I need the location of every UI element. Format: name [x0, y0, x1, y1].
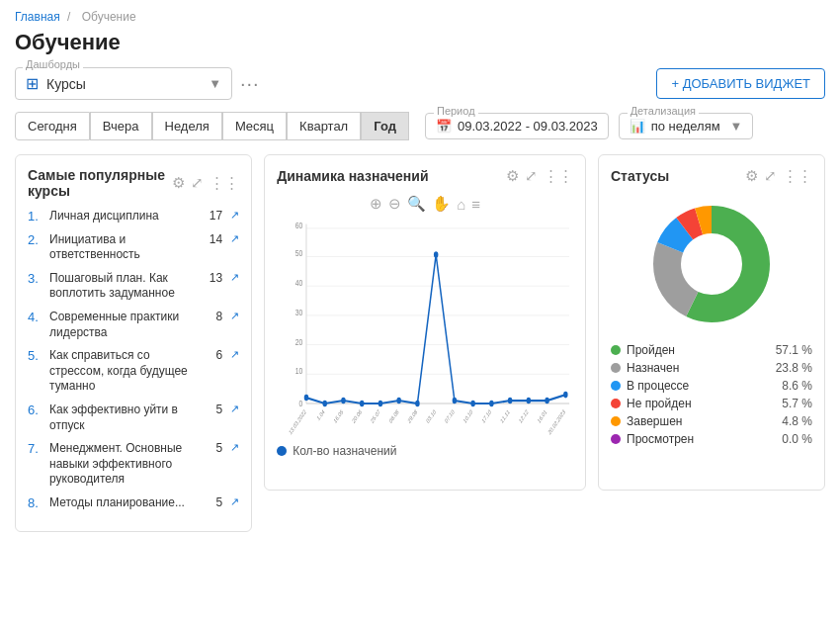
svg-text:16.05: 16.05	[333, 408, 344, 425]
period-picker[interactable]: Период 📅 09.03.2022 - 09.03.2023	[425, 113, 609, 139]
filter-row: Сегодня Вчера Неделя Месяц Квартал Год П…	[15, 112, 825, 140]
dynamics-gear-icon[interactable]: ⚙	[506, 167, 519, 185]
popular-num: 4.	[28, 310, 45, 324]
external-link-icon[interactable]: ↗	[230, 209, 239, 222]
magnify-icon[interactable]: 🔍	[407, 195, 426, 213]
svg-point-28	[527, 398, 531, 404]
filter-month[interactable]: Месяц	[222, 112, 287, 140]
external-link-icon[interactable]: ↗	[230, 232, 239, 245]
popular-grid-icon[interactable]: ⋮⋮	[210, 174, 239, 192]
page: Главная / Обучение Обучение Дашборды ⊞ К…	[0, 0, 840, 628]
status-item: В процессе 8.6 %	[611, 379, 812, 393]
svg-text:03.10: 03.10	[426, 408, 437, 425]
svg-point-29	[546, 398, 549, 404]
svg-text:25.07: 25.07	[370, 408, 380, 425]
popular-num: 6.	[28, 403, 45, 417]
zoom-out-icon[interactable]: ⊖	[388, 195, 401, 213]
filter-week[interactable]: Неделя	[152, 112, 222, 140]
status-widget: Статусы ⚙ ⤢ ⋮⋮	[598, 154, 825, 491]
add-widget-button[interactable]: + ДОБАВИТЬ ВИДЖЕТ	[656, 68, 825, 99]
status-pct: 4.8 %	[782, 414, 812, 428]
status-pct: 57.1 %	[776, 343, 812, 357]
status-dot	[611, 381, 621, 391]
detail-picker[interactable]: Детализация 📊 по неделям ▼	[619, 113, 754, 139]
dots-menu-button[interactable]: ···	[240, 72, 260, 95]
status-grid-icon[interactable]: ⋮⋮	[783, 167, 812, 185]
popular-count: 6	[209, 348, 222, 362]
status-pct: 5.7 %	[782, 397, 812, 410]
svg-text:17.10: 17.10	[481, 408, 492, 425]
external-link-icon[interactable]: ↗	[230, 403, 239, 415]
external-link-icon[interactable]: ↗	[230, 271, 239, 284]
status-widget-title: Статусы	[611, 168, 669, 184]
popular-expand-icon[interactable]: ⤢	[191, 174, 204, 192]
chart-legend: Кол-во назначений	[277, 444, 573, 458]
filter-year[interactable]: Год	[361, 112, 409, 140]
status-legend: Пройден 57.1 % Назначен 23.8 % В процесс…	[611, 343, 812, 446]
status-dot	[611, 345, 621, 355]
filter-yesterday[interactable]: Вчера	[90, 112, 152, 140]
svg-text:10.10: 10.10	[462, 408, 473, 425]
dynamics-widget-title: Динамика назначений	[277, 168, 428, 184]
popular-name: Как справиться со стрессом, когда будуще…	[49, 348, 205, 395]
home-reset-icon[interactable]: ⌂	[457, 196, 465, 213]
page-title: Обучение	[15, 30, 825, 55]
svg-text:08.08: 08.08	[388, 408, 399, 425]
popular-num: 5.	[28, 348, 45, 363]
calendar-icon: 📅	[436, 119, 452, 134]
filter-today[interactable]: Сегодня	[15, 112, 90, 140]
zoom-in-icon[interactable]: ⊕	[370, 195, 382, 213]
svg-text:30: 30	[295, 307, 303, 318]
dashboard-select[interactable]: ⊞ Курсы ▼	[15, 67, 232, 100]
chevron-down-icon: ▼	[209, 76, 221, 91]
status-expand-icon[interactable]: ⤢	[764, 167, 777, 185]
popular-list: 1. Личная дисциплина 17 ↗ 2. Инициатива …	[28, 209, 239, 511]
filter-quarter[interactable]: Квартал	[287, 112, 361, 140]
chart-svg: 0 10 20 30 40 50 60	[277, 219, 573, 436]
status-name: В процессе	[611, 379, 689, 393]
svg-text:20: 20	[295, 335, 303, 347]
dynamics-grid-icon[interactable]: ⋮⋮	[544, 167, 573, 185]
donut-chart	[642, 195, 781, 333]
status-label: Назначен	[627, 361, 679, 375]
dynamics-widget-icons: ⚙ ⤢ ⋮⋮	[506, 167, 573, 185]
svg-point-20	[378, 401, 382, 407]
svg-text:29.08: 29.08	[407, 408, 418, 425]
breadcrumb-separator: /	[67, 10, 70, 24]
svg-point-51	[682, 234, 741, 294]
svg-text:13.03.2022: 13.03.2022	[288, 408, 306, 436]
popular-item: 2. Инициатива и ответственность 14 ↗	[28, 232, 239, 263]
popular-item: 7. Менеджмент. Основные навыки эффективн…	[28, 441, 239, 488]
svg-point-22	[415, 401, 419, 407]
popular-item: 6. Как эффективно уйти в отпуск 5 ↗	[28, 403, 239, 433]
popular-count: 17	[209, 209, 222, 223]
svg-text:16.01: 16.01	[537, 408, 547, 425]
status-item: Не пройден 5.7 %	[611, 397, 812, 410]
svg-point-27	[508, 398, 512, 404]
status-gear-icon[interactable]: ⚙	[745, 167, 758, 185]
popular-count: 5	[209, 495, 222, 509]
dashboard-select-text: Курсы	[46, 76, 201, 92]
menu-icon[interactable]: ≡	[471, 196, 480, 213]
svg-point-26	[489, 401, 493, 407]
external-link-icon[interactable]: ↗	[230, 441, 239, 454]
status-pct: 0.0 %	[782, 432, 812, 446]
breadcrumb-home[interactable]: Главная	[15, 10, 60, 24]
status-name: Завершен	[611, 414, 682, 428]
detail-label: Детализация	[628, 105, 699, 117]
status-label: Пройден	[627, 343, 675, 357]
popular-num: 2.	[28, 232, 45, 247]
external-link-icon[interactable]: ↗	[230, 348, 239, 361]
popular-count: 5	[209, 441, 222, 455]
dynamics-widget-header: Динамика назначений ⚙ ⤢ ⋮⋮	[277, 167, 573, 185]
popular-item: 4. Современные практики лидерства 8 ↗	[28, 310, 239, 340]
svg-text:11.11: 11.11	[500, 408, 511, 425]
dynamics-expand-icon[interactable]: ⤢	[525, 167, 538, 185]
popular-gear-icon[interactable]: ⚙	[172, 174, 185, 192]
svg-text:10: 10	[295, 365, 303, 377]
external-link-icon[interactable]: ↗	[230, 310, 239, 322]
external-link-icon[interactable]: ↗	[230, 495, 239, 508]
pan-icon[interactable]: ✋	[432, 195, 451, 213]
popular-num: 8.	[28, 495, 45, 510]
popular-count: 13	[209, 271, 222, 285]
